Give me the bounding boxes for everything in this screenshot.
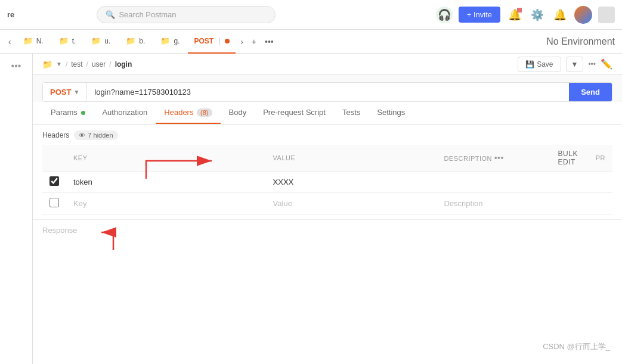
settings-icon[interactable]: ⚙️ [529, 7, 546, 23]
response-label: Response [42, 226, 78, 235]
folder-icon-g: 📁 [160, 36, 170, 45]
active-tab-dot [225, 39, 230, 43]
notification-icon[interactable]: 🔔 [506, 7, 523, 23]
avatar[interactable] [574, 6, 592, 24]
row2-desc-cell: Description [437, 193, 550, 214]
send-button[interactable]: Send [569, 83, 612, 101]
tab-post-active[interactable]: POST | [188, 30, 236, 54]
app-name: re [7, 10, 14, 19]
active-tab-separator: | [218, 37, 220, 45]
tab-g[interactable]: 📁 g. [153, 30, 187, 54]
tab-body[interactable]: Body [221, 102, 255, 124]
tab-tests[interactable]: Tests [334, 102, 369, 124]
tab-b[interactable]: 📁 b. [119, 30, 152, 54]
tab-add-icon[interactable]: + [248, 35, 260, 49]
row2-value-cell: Value [266, 193, 437, 214]
breadcrumb-user: user [92, 60, 106, 69]
tab-authorization[interactable]: Authorization [94, 102, 156, 124]
save-label: Save [537, 60, 553, 69]
authorization-label: Authorization [102, 108, 147, 117]
bell-icon[interactable]: 🔔 [552, 7, 568, 23]
table-row: token XXXX [42, 172, 612, 193]
tab-headers[interactable]: Headers (8) [156, 102, 220, 124]
tab-n[interactable]: 📁 N. [16, 30, 51, 54]
tab-pre-request[interactable]: Pre-request Script [255, 102, 334, 124]
description-more-icon[interactable]: ••• [494, 153, 504, 163]
breadcrumb-sep-2: / [86, 60, 88, 69]
breadcrumb-current: login [115, 60, 132, 69]
tab-u-label: u. [104, 37, 110, 45]
tab-back-arrow[interactable]: ‹ [5, 35, 15, 49]
sidebar-dots[interactable]: ••• [11, 61, 21, 71]
col-bulkedit-header: Bulk Edit [551, 145, 589, 172]
method-label: POST [50, 88, 71, 97]
row1-value-value[interactable]: XXXX [273, 178, 294, 186]
tab-more-icon[interactable]: ••• [261, 35, 277, 49]
main-layout: ••• N. 📁 ▼ / test / user / login 💾 Save [0, 54, 622, 364]
more-actions-icon[interactable]: ••• [588, 60, 596, 69]
bulk-edit-button[interactable]: Bulk Edit [558, 150, 578, 166]
response-section: Response [33, 219, 622, 241]
tab-params[interactable]: Params [42, 102, 94, 124]
folder-icon-b: 📁 [126, 36, 135, 45]
row2-key-value[interactable]: Key [73, 199, 86, 208]
tab-b-label: b. [139, 37, 145, 45]
tab-forward-arrow[interactable]: › [237, 35, 247, 49]
tab-u[interactable]: 📁 u. [84, 30, 117, 54]
no-environment[interactable]: No Environment [544, 34, 617, 49]
headset-icon[interactable]: 🎧 [436, 7, 453, 23]
hidden-count: 7 hidden [88, 132, 113, 139]
eye-icon: 👁 [79, 132, 85, 139]
settings-label: Settings [377, 108, 405, 117]
row2-checkbox[interactable] [49, 198, 59, 207]
row2-value-value[interactable]: Value [273, 199, 292, 208]
headers-badge: (8) [197, 108, 212, 117]
content-area: 📁 ▼ / test / user / login 💾 Save ▼ ••• ✏… [33, 54, 622, 364]
breadcrumb-dropdown-icon[interactable]: ▼ [56, 61, 62, 67]
save-disk-icon: 💾 [525, 60, 534, 69]
headers-table: KEY VALUE DESCRIPTION ••• Bulk Edit Pr [42, 145, 612, 214]
edit-icon[interactable]: ✏️ [601, 58, 612, 70]
row1-key-value[interactable]: token [73, 178, 92, 186]
tab-t[interactable]: 📁 t. [52, 30, 83, 54]
post-label: POST [194, 37, 213, 45]
breadcrumb-test: test [71, 60, 82, 69]
tab-n-label: N. [36, 37, 44, 45]
invite-button[interactable]: + Invite [459, 7, 500, 23]
headers-table-header-row: KEY VALUE DESCRIPTION ••• Bulk Edit Pr [42, 145, 612, 172]
watermark: CSDN @行而上学_ [543, 341, 610, 352]
search-bar[interactable]: 🔍 Search Postman [97, 6, 276, 23]
row1-pr-cell [589, 172, 612, 193]
row1-desc-cell [437, 172, 550, 193]
folder-icon-u: 📁 [91, 36, 101, 45]
params-label: Params [51, 108, 78, 117]
topbar-right: 🎧 + Invite 🔔 ⚙️ 🔔 [436, 6, 615, 24]
tab-settings[interactable]: Settings [369, 102, 413, 124]
breadcrumb-folder-icon: 📁 [42, 60, 52, 69]
hidden-headers-badge[interactable]: 👁 7 hidden [74, 130, 117, 140]
col-key-header: KEY [66, 145, 266, 172]
method-selector[interactable]: POST ▼ [43, 83, 87, 101]
pre-request-label: Pre-request Script [263, 108, 326, 117]
headers-label-row: Headers 👁 7 hidden [42, 130, 612, 140]
folder-icon-n: 📁 [23, 36, 33, 45]
save-dropdown-button[interactable]: ▼ [566, 57, 584, 72]
tab-t-label: t. [72, 37, 76, 45]
col-checkbox-header [42, 145, 66, 172]
row1-checkbox[interactable] [49, 176, 59, 186]
url-input[interactable] [87, 83, 569, 101]
search-icon: 🔍 [106, 10, 115, 19]
col-value-header: VALUE [266, 145, 437, 172]
row2-actions-cell [551, 193, 589, 214]
headers-label: Headers [164, 108, 193, 117]
row1-key-cell: token [66, 172, 266, 193]
row2-key-cell: Key [66, 193, 266, 214]
tests-label: Tests [342, 108, 360, 117]
sidebar-toggle[interactable] [598, 7, 615, 23]
breadcrumb-sep-3: / [109, 60, 111, 69]
headers-section: Headers 👁 7 hidden KEY VALUE [33, 125, 622, 214]
row2-checkbox-cell [42, 193, 66, 214]
save-button[interactable]: 💾 Save [518, 57, 561, 72]
request-tabs: Params Authorization Headers (8) Body Pr… [33, 102, 622, 125]
row2-desc-value[interactable]: Description [444, 199, 482, 208]
